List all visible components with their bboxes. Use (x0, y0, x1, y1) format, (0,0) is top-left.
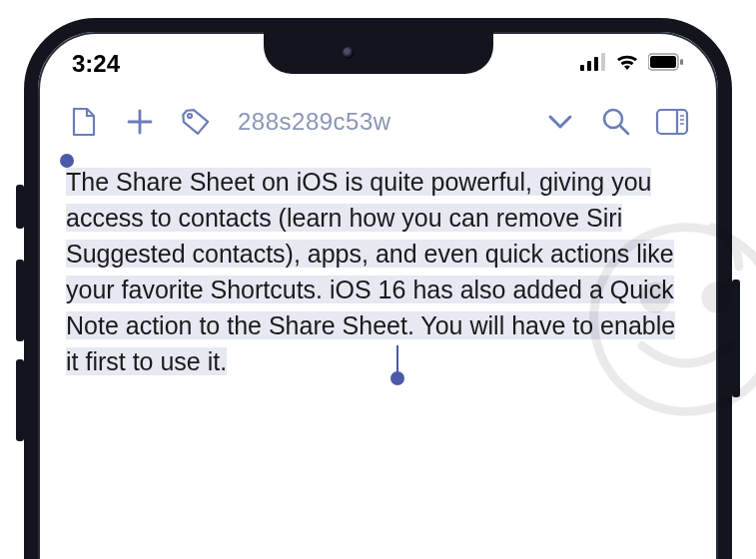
svg-point-9 (188, 114, 192, 118)
tag-button[interactable] (178, 104, 214, 140)
text-selection-block[interactable]: The Share Sheet on iOS is quite powerful… (66, 164, 690, 379)
panel-toggle-button[interactable] (654, 104, 690, 140)
phone-volume-up (16, 260, 24, 341)
svg-rect-1 (587, 61, 591, 71)
camera-icon (343, 47, 355, 59)
svg-rect-2 (594, 57, 598, 71)
status-time: 3:24 (72, 50, 120, 78)
phone-notch (264, 32, 493, 74)
svg-rect-12 (657, 110, 687, 134)
battery-icon (648, 53, 684, 75)
search-button[interactable] (598, 104, 634, 140)
document-button[interactable] (66, 104, 102, 140)
phone-frame: 3:24 (24, 18, 732, 559)
svg-rect-3 (601, 53, 605, 71)
selection-handle-end[interactable] (390, 371, 404, 385)
selection-handle-start[interactable] (60, 154, 74, 168)
add-button[interactable] (122, 104, 158, 140)
svg-rect-0 (580, 65, 584, 71)
dropdown-button[interactable] (542, 104, 578, 140)
note-content-area[interactable]: The Share Sheet on iOS is quite powerful… (38, 154, 718, 399)
app-toolbar: 288s289c53w (38, 86, 718, 154)
note-body-text[interactable]: The Share Sheet on iOS is quite powerful… (66, 168, 675, 375)
svg-line-11 (620, 126, 628, 134)
wifi-icon (614, 52, 640, 76)
cellular-signal-icon (580, 53, 606, 75)
phone-silent-switch (16, 185, 24, 229)
phone-volume-down (16, 359, 24, 441)
phone-power-button (732, 280, 740, 397)
status-right (580, 52, 684, 76)
svg-rect-6 (680, 59, 683, 65)
svg-rect-5 (650, 56, 676, 68)
document-title[interactable]: 288s289c53w (234, 108, 522, 136)
